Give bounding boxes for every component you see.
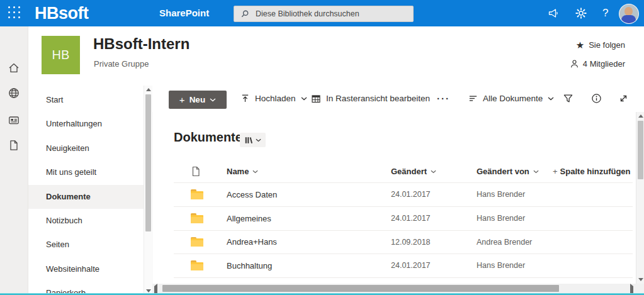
grid-edit-button[interactable]: In Rasteransicht bearbeiten bbox=[311, 85, 430, 112]
view-list-icon bbox=[468, 94, 478, 103]
folder-icon bbox=[191, 254, 203, 278]
expand-icon[interactable] bbox=[618, 93, 629, 104]
library-icon bbox=[244, 136, 253, 145]
site-logo[interactable]: HB bbox=[42, 36, 80, 74]
horizontal-scrollbar-thumb[interactable] bbox=[162, 285, 559, 292]
help-button[interactable]: ? bbox=[602, 0, 608, 26]
grid-edit-label: In Rasteransicht bearbeiten bbox=[326, 94, 430, 103]
scroll-up-icon[interactable] bbox=[144, 86, 153, 94]
star-icon: ★ bbox=[576, 40, 584, 50]
globe-icon[interactable] bbox=[8, 87, 20, 99]
divider bbox=[174, 277, 633, 278]
command-bar: + Neu Hochladen In Rasteransicht bearbei… bbox=[152, 85, 636, 112]
row-modified-by: Hans Brender bbox=[477, 207, 525, 231]
sharepoint-home-link[interactable]: SharePoint bbox=[159, 0, 209, 26]
app-rail bbox=[0, 26, 28, 295]
table-header: Name Geändert Geändert von + Spalte hinz… bbox=[152, 160, 636, 182]
sidebar-item-dokumente[interactable]: Dokumente bbox=[28, 185, 145, 209]
upload-label: Hochladen bbox=[255, 94, 296, 103]
members-label: 4 Mitglieder bbox=[583, 59, 625, 69]
table-row[interactable]: Access Daten 24.01.2017 Hans Brender bbox=[152, 183, 636, 207]
sidebar-item-start[interactable]: Start bbox=[28, 88, 145, 112]
site-header: HB HBsoft-Intern Private Gruppe ★ Sie fo… bbox=[28, 26, 644, 85]
filter-icon[interactable] bbox=[563, 93, 573, 104]
row-name[interactable]: Allgemeines bbox=[227, 207, 271, 231]
content-scrollbar[interactable] bbox=[636, 112, 644, 284]
chevron-down-icon bbox=[548, 97, 554, 101]
chevron-down-icon bbox=[301, 97, 307, 101]
sidebar-item-unterhaltungen[interactable]: Unterhaltungen bbox=[28, 112, 145, 136]
table-row[interactable]: Allgemeines 24.01.2017 Hans Brender bbox=[152, 207, 636, 231]
app-launcher-icon[interactable] bbox=[8, 6, 22, 20]
news-icon[interactable] bbox=[8, 114, 20, 126]
sidebar-item-websiteinhalte[interactable]: Websiteinhalte bbox=[28, 257, 145, 281]
folder-icon bbox=[191, 183, 203, 207]
site-privacy-label: Private Gruppe bbox=[94, 59, 149, 69]
library-title: Dokumente bbox=[174, 130, 242, 145]
content-scrollbar-thumb[interactable] bbox=[638, 121, 643, 179]
table-row[interactable]: Andrea+Hans 12.09.2018 Andrea Brender bbox=[152, 230, 636, 254]
new-button[interactable]: + Neu bbox=[169, 91, 227, 109]
scrollbar-corner bbox=[636, 284, 644, 293]
follow-button[interactable]: ★ Sie folgen bbox=[576, 40, 625, 50]
table-row[interactable]: Buchhaltung 24.01.2017 Hans Brender bbox=[152, 254, 636, 278]
plus-icon: + bbox=[553, 167, 558, 176]
home-icon[interactable] bbox=[8, 62, 20, 74]
row-name[interactable]: Andrea+Hans bbox=[227, 230, 277, 254]
tenant-logo[interactable]: HBsoft bbox=[35, 0, 89, 26]
plus-icon: + bbox=[179, 94, 185, 105]
gear-icon[interactable] bbox=[575, 7, 587, 19]
row-modified-by: Hans Brender bbox=[477, 254, 525, 278]
sidebar-item-seiten[interactable]: Seiten bbox=[28, 233, 145, 257]
file-type-column-icon[interactable] bbox=[191, 166, 200, 177]
account-avatar[interactable] bbox=[619, 4, 639, 24]
chevron-down-icon bbox=[256, 138, 261, 142]
chevron-down-icon bbox=[210, 98, 216, 102]
scroll-down-icon[interactable] bbox=[636, 276, 644, 284]
folder-icon bbox=[191, 230, 203, 254]
new-button-label: Neu bbox=[189, 95, 206, 104]
column-header-modified-by[interactable]: Geändert von bbox=[477, 160, 539, 182]
chevron-down-icon bbox=[431, 170, 436, 174]
row-modified-by: Hans Brender bbox=[477, 183, 525, 207]
avatar-face bbox=[624, 7, 633, 16]
row-name[interactable]: Access Daten bbox=[227, 183, 277, 207]
add-column-button[interactable]: + Spalte hinzufügen bbox=[553, 160, 631, 182]
search-box[interactable] bbox=[234, 6, 414, 22]
upload-icon bbox=[240, 94, 250, 103]
document-icon[interactable] bbox=[8, 139, 20, 152]
column-header-modified[interactable]: Geändert bbox=[391, 160, 436, 182]
site-title[interactable]: HBsoft-Intern bbox=[93, 35, 189, 53]
row-modified: 24.01.2017 bbox=[391, 207, 431, 231]
row-name[interactable]: Buchhaltung bbox=[227, 254, 272, 278]
sidebar-item-neuigkeiten[interactable]: Neuigkeiten bbox=[28, 136, 145, 160]
sharepoint-window: HBsoft SharePoint ? bbox=[0, 0, 644, 295]
grid-icon bbox=[311, 94, 321, 104]
members-button[interactable]: 4 Mitglieder bbox=[570, 59, 625, 69]
chevron-down-icon bbox=[252, 170, 258, 174]
sidebar-item-mit-uns-geteilt[interactable]: Mit uns geteilt bbox=[28, 160, 145, 184]
column-header-name[interactable]: Name bbox=[227, 160, 258, 182]
search-icon bbox=[240, 9, 249, 18]
view-selector-label: Alle Dokumente bbox=[483, 94, 543, 103]
avatar-shirt bbox=[621, 15, 636, 23]
sidebar-item-notizbuch[interactable]: Notizbuch bbox=[28, 209, 145, 233]
view-selector-button[interactable]: Alle Dokumente bbox=[468, 85, 554, 112]
folder-icon bbox=[191, 207, 203, 231]
row-modified: 24.01.2017 bbox=[391, 254, 431, 278]
horizontal-scrollbar[interactable] bbox=[152, 284, 636, 293]
person-icon bbox=[570, 59, 579, 69]
chevron-down-icon bbox=[533, 170, 539, 174]
megaphone-icon[interactable] bbox=[547, 7, 560, 19]
follow-label: Sie folgen bbox=[589, 40, 625, 50]
sidebar-scrollbar-thumb[interactable] bbox=[145, 94, 151, 231]
row-modified: 24.01.2017 bbox=[391, 183, 431, 207]
search-input[interactable] bbox=[254, 9, 402, 19]
upload-button[interactable]: Hochladen bbox=[240, 85, 307, 112]
more-commands-button[interactable]: ··· bbox=[437, 85, 450, 112]
library-view-toggle[interactable] bbox=[240, 133, 266, 147]
scroll-up-icon[interactable] bbox=[636, 112, 644, 120]
suite-bar: HBsoft SharePoint ? bbox=[0, 0, 644, 26]
info-icon[interactable] bbox=[591, 93, 602, 104]
sidebar-scrollbar[interactable] bbox=[144, 86, 153, 295]
